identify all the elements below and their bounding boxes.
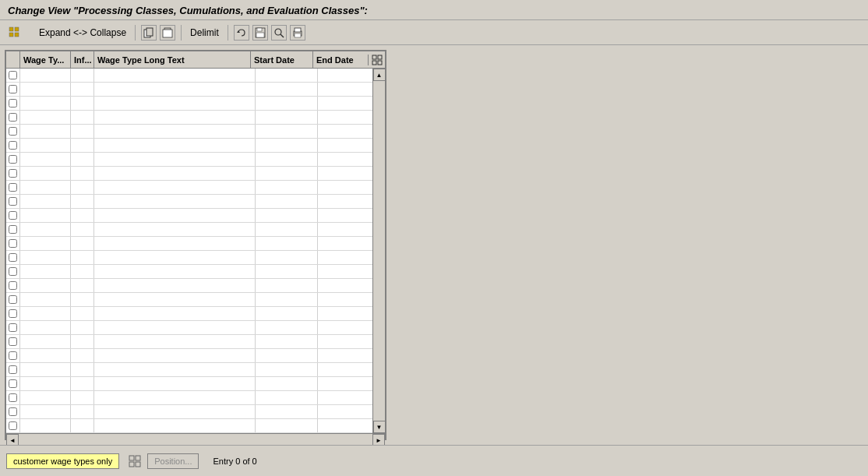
table-row[interactable] [6, 349, 372, 363]
row-checkbox[interactable] [6, 349, 20, 362]
table-row[interactable] [6, 391, 372, 405]
row-inf [71, 391, 94, 404]
row-checkbox[interactable] [6, 377, 20, 390]
row-longtext [94, 153, 256, 166]
row-checkbox[interactable] [6, 111, 20, 124]
row-checkbox[interactable] [6, 391, 20, 404]
row-checkbox[interactable] [6, 321, 20, 334]
table-row[interactable] [6, 181, 372, 195]
row-startdate [256, 265, 318, 278]
page-title: Change View "Processing Classes, Cumulat… [8, 5, 368, 16]
table-row[interactable] [6, 265, 372, 279]
table-row[interactable] [6, 195, 372, 209]
row-checkbox[interactable] [6, 223, 20, 236]
customer-wage-types-btn[interactable]: customer wage types only [6, 453, 119, 469]
row-startdate [256, 293, 318, 306]
table-row[interactable] [6, 153, 372, 167]
svg-rect-23 [129, 462, 134, 467]
row-wagetype [20, 237, 71, 250]
row-checkbox[interactable] [6, 419, 20, 432]
undo-icon[interactable] [234, 25, 249, 41]
row-checkbox[interactable] [6, 405, 20, 418]
table-row[interactable] [6, 363, 372, 377]
save-icon[interactable] [252, 25, 268, 41]
copy-icon[interactable] [141, 25, 157, 41]
table-row[interactable] [6, 167, 372, 181]
table-row[interactable] [6, 97, 372, 111]
toolbar-separator2 [135, 25, 136, 41]
row-checkbox[interactable] [6, 237, 20, 250]
sap-toolbar-icon[interactable] [6, 24, 23, 41]
row-checkbox[interactable] [6, 69, 20, 82]
delimit-btn[interactable]: Delimit [187, 26, 222, 40]
row-checkbox[interactable] [6, 83, 20, 96]
svg-rect-0 [9, 27, 13, 31]
title-bar: Change View "Processing Classes, Cumulat… [0, 0, 868, 20]
vertical-scrollbar[interactable]: ▲ ▼ [372, 69, 385, 433]
row-checkbox[interactable] [6, 125, 20, 138]
table-row[interactable] [6, 237, 372, 251]
row-startdate [256, 377, 318, 390]
header-enddate: End Date [313, 51, 368, 68]
table-row[interactable] [6, 69, 372, 83]
row-wagetype [20, 377, 71, 390]
row-wagetype [20, 349, 71, 362]
print-icon[interactable] [290, 25, 305, 41]
row-checkbox[interactable] [6, 153, 20, 166]
table-row[interactable] [6, 419, 372, 433]
row-checkbox[interactable] [6, 97, 20, 110]
row-enddate [318, 321, 372, 334]
row-startdate [256, 97, 318, 110]
table-row[interactable] [6, 223, 372, 237]
svg-rect-16 [295, 33, 301, 37]
row-startdate [256, 153, 318, 166]
table-row[interactable] [6, 209, 372, 223]
expand-collapse-btn[interactable]: Expand <-> Collapse [36, 26, 129, 40]
row-checkbox[interactable] [6, 335, 20, 348]
table-row[interactable] [6, 125, 372, 139]
table-rows-container [6, 69, 372, 433]
row-checkbox[interactable] [6, 279, 20, 292]
row-checkbox[interactable] [6, 139, 20, 152]
scroll-up-btn[interactable]: ▲ [373, 69, 386, 81]
table-row[interactable] [6, 251, 372, 265]
row-checkbox[interactable] [6, 265, 20, 278]
row-checkbox[interactable] [6, 293, 20, 306]
table-row[interactable] [6, 293, 372, 307]
row-wagetype [20, 293, 71, 306]
scroll-down-btn[interactable]: ▼ [373, 421, 386, 433]
row-enddate [318, 111, 372, 124]
row-checkbox[interactable] [6, 251, 20, 264]
header-inf: Inf... [71, 51, 94, 68]
position-btn[interactable]: Position... [147, 453, 199, 469]
table-row[interactable] [6, 139, 372, 153]
row-longtext [94, 335, 256, 348]
row-enddate [318, 405, 372, 418]
table-row[interactable] [6, 307, 372, 321]
row-checkbox[interactable] [6, 167, 20, 180]
table-row[interactable] [6, 111, 372, 125]
row-longtext [94, 237, 256, 250]
row-checkbox[interactable] [6, 363, 20, 376]
header-wagetype: Wage Ty... [20, 51, 71, 68]
row-wagetype [20, 181, 71, 194]
table-row[interactable] [6, 321, 372, 335]
row-inf [71, 223, 94, 236]
row-checkbox[interactable] [6, 195, 20, 208]
row-enddate [318, 195, 372, 208]
row-enddate [318, 377, 372, 390]
paste-icon[interactable] [160, 25, 175, 41]
find-icon[interactable] [271, 25, 287, 41]
row-checkbox[interactable] [6, 181, 20, 194]
table-row[interactable] [6, 377, 372, 391]
row-checkbox[interactable] [6, 209, 20, 222]
table-row[interactable] [6, 83, 372, 97]
table-row[interactable] [6, 279, 372, 293]
table-row[interactable] [6, 405, 372, 419]
header-grid-icon[interactable] [368, 55, 385, 65]
row-inf [71, 279, 94, 292]
table-row[interactable] [6, 335, 372, 349]
svg-rect-17 [372, 55, 376, 59]
row-wagetype [20, 391, 71, 404]
row-checkbox[interactable] [6, 307, 20, 320]
